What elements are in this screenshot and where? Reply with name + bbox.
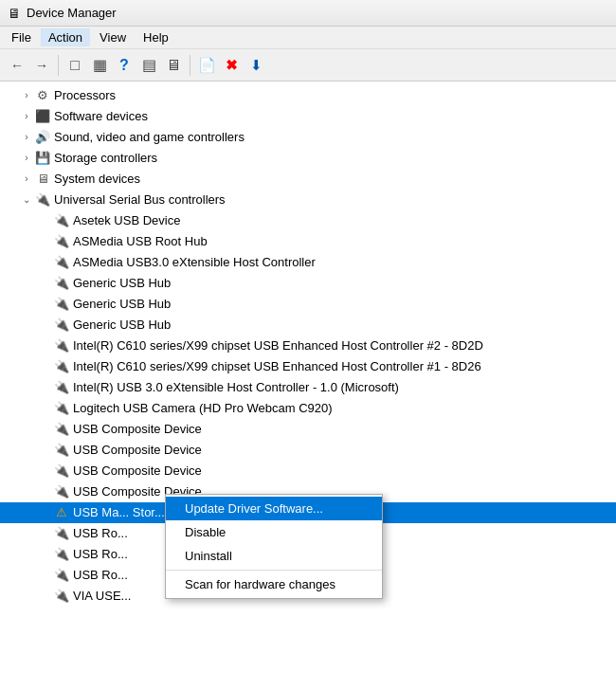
no-expand-intel1 xyxy=(38,359,53,374)
context-menu-update-driver[interactable]: Update Driver Software... xyxy=(166,497,382,520)
asmedia-hub-icon: 🔌 xyxy=(53,232,70,252)
tree-item-asmedia3[interactable]: 🔌 ASMedia USB3.0 eXtensible Host Control… xyxy=(0,252,616,273)
no-expand-via xyxy=(38,589,53,604)
context-menu-separator xyxy=(166,570,382,571)
intel-c610-1-label: Intel(R) C610 series/X99 chipset USB Enh… xyxy=(73,357,481,377)
window-title: Device Manager xyxy=(27,6,117,20)
sound-icon: 🔊 xyxy=(34,128,51,148)
intel-c610-2-icon: 🔌 xyxy=(53,336,70,356)
no-expand-ghub3 xyxy=(38,318,53,333)
tree-item-software[interactable]: › ⬛ Software devices xyxy=(0,106,616,127)
software-label: Software devices xyxy=(54,107,148,127)
tree-item-system[interactable]: › 🖥 System devices xyxy=(0,169,616,190)
usb-root-3-label: USB Ro... xyxy=(73,566,128,586)
software-icon: ⬛ xyxy=(34,107,51,127)
expand-usb[interactable]: ⌄ xyxy=(19,192,34,208)
context-menu-scan[interactable]: Scan for hardware changes xyxy=(166,572,382,596)
back-button[interactable]: ← xyxy=(6,54,28,77)
menu-action[interactable]: Action xyxy=(41,28,90,46)
tree-item-usb-composite-3[interactable]: 🔌 USB Composite Device xyxy=(0,461,616,481)
sound-label: Sound, video and game controllers xyxy=(54,128,245,148)
processors-label: Processors xyxy=(54,86,116,106)
help-button[interactable]: ? xyxy=(113,54,136,77)
tree-item-asetek[interactable]: 🔌 Asetek USB Device xyxy=(0,210,616,231)
tree-item-processors[interactable]: › ⚙ Processors xyxy=(0,85,616,106)
usb-composite-2-label: USB Composite Device xyxy=(73,441,202,461)
monitor-button[interactable]: 🖥 xyxy=(162,54,185,77)
toolbar-separator-1 xyxy=(58,55,59,76)
expand-sound[interactable]: › xyxy=(19,130,34,145)
warning-icon: ⚠ xyxy=(53,503,70,523)
asmedia-hub-label: ASMedia USB Root Hub xyxy=(73,232,208,252)
tree-item-intel-usb3[interactable]: 🔌 Intel(R) USB 3.0 eXtensible Host Contr… xyxy=(0,377,616,398)
usb-root-1-label: USB Ro... xyxy=(73,524,128,544)
properties-button[interactable]: □ xyxy=(63,54,86,77)
tree-item-storage[interactable]: › 💾 Storage controllers xyxy=(0,148,616,169)
usb-composite-3-icon: 🔌 xyxy=(53,462,70,481)
usb-composite-1-icon: 🔌 xyxy=(53,420,70,440)
usb-composite-1-label: USB Composite Device xyxy=(73,420,202,440)
expand-system[interactable]: › xyxy=(19,172,34,187)
toolbar: ← → □ ▦ ? ▤ 🖥 📄 ✖ ⬇ xyxy=(0,49,616,82)
context-menu-disable[interactable]: Disable xyxy=(166,520,382,544)
scan-button[interactable]: 📄 xyxy=(195,54,218,77)
no-expand-ghub2 xyxy=(38,297,53,312)
tree-item-intel-c610-2[interactable]: 🔌 Intel(R) C610 series/X99 chipset USB E… xyxy=(0,336,616,356)
via-usb-label: VIA USE... xyxy=(73,587,131,607)
intel-c610-1-icon: 🔌 xyxy=(53,357,70,377)
intel-c610-2-label: Intel(R) C610 series/X99 chipset USB Enh… xyxy=(73,336,483,356)
no-expand-root1 xyxy=(38,526,53,541)
context-menu-uninstall[interactable]: Uninstall xyxy=(166,544,382,568)
asetek-label: Asetek USB Device xyxy=(73,211,180,231)
no-expand-asmedia3 xyxy=(38,255,53,270)
tree-item-asmedia-hub[interactable]: 🔌 ASMedia USB Root Hub xyxy=(0,231,616,252)
generic-hub-1-icon: 🔌 xyxy=(53,274,70,294)
usb-controllers-label: Universal Serial Bus controllers xyxy=(54,191,226,210)
forward-button[interactable]: → xyxy=(30,54,53,77)
usb-root-2-label: USB Ro... xyxy=(73,545,128,565)
update-button[interactable]: ⬇ xyxy=(245,54,267,77)
asmedia3-label: ASMedia USB3.0 eXtensible Host Controlle… xyxy=(73,253,316,273)
no-expand-root3 xyxy=(38,568,53,583)
menu-file[interactable]: File xyxy=(4,28,39,46)
no-expand-intel-usb3 xyxy=(38,380,53,395)
via-usb-icon: 🔌 xyxy=(53,587,70,607)
menu-bar: File Action View Help xyxy=(0,27,616,49)
no-expand-root2 xyxy=(38,547,53,562)
system-label: System devices xyxy=(54,170,140,190)
usb-controller-icon: 🔌 xyxy=(34,191,51,210)
no-expand-intel2 xyxy=(38,338,53,354)
generic-hub-2-label: Generic USB Hub xyxy=(73,295,171,315)
tree-item-intel-c610-1[interactable]: 🔌 Intel(R) C610 series/X99 chipset USB E… xyxy=(0,356,616,377)
generic-hub-2-icon: 🔌 xyxy=(53,295,70,315)
remove-button[interactable]: ✖ xyxy=(220,54,243,77)
tree-item-generic-hub-3[interactable]: 🔌 Generic USB Hub xyxy=(0,315,616,336)
expand-software[interactable]: › xyxy=(19,109,34,124)
storage-label: Storage controllers xyxy=(54,149,157,169)
generic-hub-1-label: Generic USB Hub xyxy=(73,274,171,294)
tree-item-sound[interactable]: › 🔊 Sound, video and game controllers xyxy=(0,127,616,148)
menu-view[interactable]: View xyxy=(92,28,134,46)
details-button[interactable]: ▤ xyxy=(137,54,160,77)
view-button[interactable]: ▦ xyxy=(88,54,111,77)
tree-item-usb-composite-2[interactable]: 🔌 USB Composite Device xyxy=(0,440,616,461)
expand-storage[interactable]: › xyxy=(19,151,34,166)
tree-item-usb-controllers[interactable]: ⌄ 🔌 Universal Serial Bus controllers xyxy=(0,190,616,210)
title-icon: 🖥 xyxy=(8,6,21,21)
generic-hub-3-label: Generic USB Hub xyxy=(73,316,171,336)
logitech-icon: 🔌 xyxy=(53,399,70,419)
usb-root-3-icon: 🔌 xyxy=(53,566,70,586)
tree-item-generic-hub-1[interactable]: 🔌 Generic USB Hub xyxy=(0,273,616,294)
menu-help[interactable]: Help xyxy=(136,28,176,46)
expand-processors[interactable]: › xyxy=(19,88,34,103)
tree-item-usb-composite-1[interactable]: 🔌 USB Composite Device xyxy=(0,419,616,440)
no-expand-composite3 xyxy=(38,463,53,479)
storage-icon: 💾 xyxy=(34,149,51,169)
no-expand-asetek xyxy=(38,213,53,228)
asetek-icon: 🔌 xyxy=(53,211,70,231)
no-expand-composite2 xyxy=(38,443,53,458)
no-expand-mass-storage xyxy=(38,505,53,520)
usb-composite-3-label: USB Composite Device xyxy=(73,462,202,481)
tree-item-logitech[interactable]: 🔌 Logitech USB Camera (HD Pro Webcam C92… xyxy=(0,398,616,419)
tree-item-generic-hub-2[interactable]: 🔌 Generic USB Hub xyxy=(0,294,616,315)
